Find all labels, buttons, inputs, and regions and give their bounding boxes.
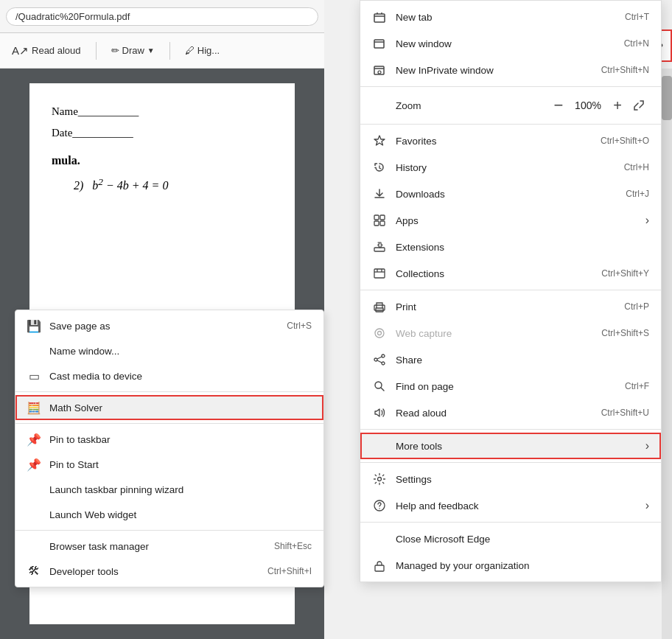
- svg-rect-1: [374, 40, 384, 48]
- equation-text: b2 − 4b + 4 = 0: [92, 179, 168, 192]
- pdf-formula-label: mula.: [52, 154, 273, 167]
- name-window-icon: [27, 344, 41, 357]
- svg-point-16: [382, 362, 385, 365]
- zoom-expand-button[interactable]: [629, 95, 649, 116]
- menu-favorites[interactable]: Favorites Ctrl+Shift+O: [360, 128, 661, 154]
- cast-icon: ▭: [27, 369, 41, 383]
- svg-rect-6: [374, 221, 379, 226]
- svg-rect-4: [374, 215, 379, 220]
- scrollbar[interactable]: [662, 69, 672, 639]
- managed-icon: [372, 558, 387, 573]
- dev-tools-label: Developer tools: [49, 566, 119, 577]
- close-edge-label: Close Microsoft Edge: [396, 534, 490, 545]
- read-aloud-menu-icon: [372, 405, 387, 420]
- context-browser-task-mgr[interactable]: Browser task manager Shift+Esc: [15, 534, 323, 559]
- svg-rect-9: [374, 269, 385, 278]
- menu-apps[interactable]: Apps ›: [360, 207, 661, 234]
- launch-wizard-icon: [27, 483, 41, 496]
- draw-label: Draw: [122, 45, 144, 56]
- toolbar-separator: [96, 42, 97, 60]
- managed-label: Managed by your organization: [396, 560, 530, 571]
- new-window-shortcut: Ctrl+N: [624, 38, 649, 49]
- find-on-page-icon: [372, 379, 387, 394]
- context-name-window[interactable]: Name window...: [15, 338, 323, 363]
- new-tab-shortcut: Ctrl+T: [625, 12, 649, 22]
- menu-share[interactable]: Share: [360, 346, 661, 373]
- draw-button[interactable]: ✏ Draw ▼: [105, 42, 161, 59]
- menu-more-tools[interactable]: More tools ›: [360, 433, 661, 459]
- menu-history[interactable]: History Ctrl+H: [360, 154, 661, 181]
- browser-toolbar: /Quadratic%20Formula.pdf: [0, 0, 324, 33]
- menu-collections[interactable]: Collections Ctrl+Shift+Y: [360, 260, 661, 287]
- history-label: History: [396, 162, 427, 173]
- read-aloud-button[interactable]: A↗ Read aloud: [6, 41, 87, 60]
- name-window-label: Name window...: [49, 346, 119, 357]
- menu-managed[interactable]: Managed by your organization: [360, 552, 661, 579]
- menu-settings[interactable]: Settings: [360, 466, 661, 492]
- menu-close-edge[interactable]: Close Microsoft Edge: [360, 525, 661, 552]
- context-developer-tools[interactable]: 🛠 Developer tools Ctrl+Shift+I: [15, 559, 323, 584]
- context-launch-widget[interactable]: Launch Web widget: [15, 502, 323, 527]
- draw-icon: ✏: [111, 45, 119, 56]
- menu-new-tab[interactable]: New tab Ctrl+T: [360, 4, 661, 30]
- zoom-minus-button[interactable]: −: [547, 94, 570, 116]
- zoom-label: Zoom: [372, 100, 547, 111]
- context-math-solver[interactable]: 🧮 Math Solver: [15, 395, 323, 420]
- menu-divider-1: [360, 86, 661, 87]
- menu-read-aloud[interactable]: Read aloud Ctrl+Shift+U: [360, 399, 661, 426]
- launch-widget-icon: [27, 508, 41, 521]
- menu-help-feedback[interactable]: Help and feedback ›: [360, 492, 661, 519]
- apps-chevron: ›: [645, 214, 649, 227]
- context-cast-media[interactable]: ▭ Cast media to device: [15, 363, 323, 388]
- svg-point-20: [379, 508, 379, 509]
- menu-divider-5: [360, 462, 661, 463]
- context-launch-wizard[interactable]: Launch taskbar pinning wizard: [15, 477, 323, 502]
- menu-web-capture[interactable]: Web capture Ctrl+Shift+S: [360, 320, 661, 346]
- equation-prefix: 2): [74, 179, 83, 192]
- context-divider-3: [15, 530, 323, 531]
- draw-chevron: ▼: [147, 46, 155, 55]
- cast-media-label: Cast media to device: [49, 371, 142, 382]
- settings-icon: [372, 472, 387, 486]
- help-feedback-label: Help and feedback: [396, 500, 479, 511]
- menu-downloads[interactable]: Downloads Ctrl+J: [360, 181, 661, 207]
- context-divider-1: [15, 391, 323, 392]
- save-icon: 💾: [27, 319, 41, 332]
- task-mgr-icon: [27, 540, 41, 553]
- scrollbar-thumb[interactable]: [662, 76, 672, 120]
- menu-extensions[interactable]: Extensions: [360, 234, 661, 260]
- pdf-date-line: Date___________: [52, 127, 273, 139]
- context-save-page-as[interactable]: 💾 Save page as Ctrl+S: [15, 313, 323, 338]
- context-divider-2: [15, 423, 323, 424]
- menu-divider-2: [360, 124, 661, 125]
- favorites-label: Favorites: [396, 136, 437, 147]
- favorites-shortcut: Ctrl+Shift+O: [601, 136, 649, 146]
- svg-rect-21: [375, 565, 384, 571]
- read-aloud-label: Read aloud: [32, 45, 81, 56]
- highlight-button[interactable]: 🖊 Hig...: [179, 42, 225, 59]
- toolbar-separator-2: [169, 42, 170, 60]
- menu-find-on-page[interactable]: Find on page Ctrl+F: [360, 373, 661, 399]
- math-solver-label: Math Solver: [49, 402, 102, 413]
- url-bar[interactable]: /Quadratic%20Formula.pdf: [6, 7, 318, 26]
- new-tab-label: New tab: [396, 12, 433, 23]
- zoom-plus-button[interactable]: +: [606, 94, 629, 116]
- context-pin-start[interactable]: 📌 Pin to Start: [15, 452, 323, 477]
- more-tools-icon: [372, 439, 387, 453]
- print-label: Print: [396, 301, 416, 312]
- collections-label: Collections: [396, 268, 444, 279]
- svg-point-14: [382, 355, 385, 357]
- new-window-icon: [372, 36, 387, 51]
- highlight-label: Hig...: [197, 45, 220, 56]
- context-pin-taskbar[interactable]: 📌 Pin to taskbar: [15, 427, 323, 452]
- pin-start-label: Pin to Start: [49, 459, 99, 470]
- menu-divider-3: [360, 290, 661, 290]
- menu-divider-4: [360, 429, 661, 430]
- svg-point-13: [378, 332, 382, 335]
- menu-print[interactable]: Print Ctrl+P: [360, 293, 661, 320]
- inprivate-icon: [372, 63, 387, 77]
- menu-new-inprivate[interactable]: New InPrivate window Ctrl+Shift+N: [360, 57, 661, 83]
- svg-point-18: [378, 478, 382, 481]
- menu-new-window[interactable]: New window Ctrl+N: [360, 30, 661, 57]
- svg-rect-7: [380, 221, 385, 226]
